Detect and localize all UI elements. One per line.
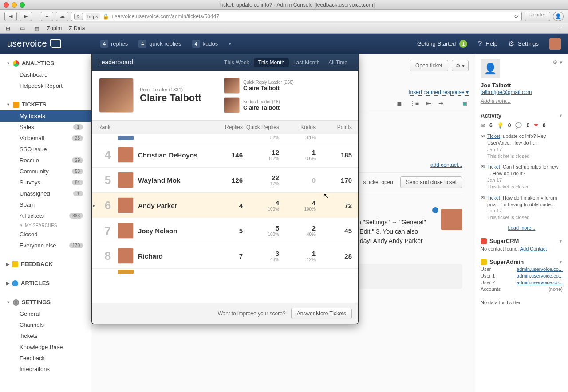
- ticket-link[interactable]: Ticket: [487, 133, 500, 139]
- sidebar-item[interactable]: Unassigned1: [0, 188, 91, 199]
- settings-link[interactable]: ⚙ Settings: [508, 39, 539, 48]
- table-row[interactable]: 8Richard7343%112%28: [92, 243, 358, 269]
- sidebar-item[interactable]: Surveys84: [0, 177, 91, 188]
- table-row[interactable]: 4Christian DeHoyos146128.2%10.6%185: [92, 142, 358, 168]
- add-contact-link[interactable]: add contact...: [430, 162, 462, 168]
- sidebar-item[interactable]: All tickets363: [0, 210, 91, 221]
- reload-icon[interactable]: ⟳: [74, 13, 83, 20]
- period-tab[interactable]: This Month: [254, 58, 289, 67]
- badge: 1: [73, 124, 83, 130]
- sidebar-section-settings[interactable]: ▼SETTINGS: [0, 296, 91, 308]
- sidebar-item[interactable]: Everyone else170: [0, 240, 91, 251]
- ticket-link[interactable]: Ticket: [487, 164, 500, 169]
- sidebar-item[interactable]: Tickets: [0, 330, 91, 341]
- chevron-down-icon[interactable]: ▼: [228, 41, 232, 46]
- sidebar-section-analytics[interactable]: ▼ANALYTICS: [0, 57, 91, 69]
- table-row[interactable]: 6Andy Parker44100%4100%72: [92, 193, 358, 218]
- zoom-window-icon[interactable]: [20, 2, 25, 8]
- stat-kudos[interactable]: 4kudos: [189, 38, 222, 50]
- integration-sugarcrm[interactable]: SugarCRM ▼: [481, 238, 563, 244]
- answer-more-button[interactable]: Answer More Tickets: [291, 308, 352, 319]
- sidebar-section-tickets[interactable]: ▼TICKETS: [0, 98, 91, 110]
- user-menu-button[interactable]: 👤: [553, 12, 564, 21]
- link[interactable]: admin.uservoice.co...: [517, 280, 563, 285]
- forward-button[interactable]: ▶: [20, 12, 32, 21]
- avatar-icon: [118, 197, 134, 213]
- image-icon[interactable]: ▣: [460, 98, 469, 108]
- table-body[interactable]: 52%3.1%4Christian DeHoyos146128.2%10.6%1…: [92, 134, 358, 303]
- lock-icon: 🔒: [103, 13, 109, 20]
- user-avatar[interactable]: [549, 38, 561, 50]
- sidebar-item[interactable]: Spam: [0, 199, 91, 210]
- avatar-icon: [118, 223, 134, 239]
- chat-icon: 💬: [515, 122, 522, 129]
- mail-icon: ✉: [481, 133, 485, 159]
- sidebar-item[interactable]: Channels: [0, 319, 91, 330]
- stat-quick-replies[interactable]: 4quick replies: [135, 38, 185, 50]
- sidebar-section-feedback[interactable]: ▶FEEDBACK: [0, 258, 91, 270]
- sidebar-item[interactable]: Voicemail25: [0, 133, 91, 144]
- rank: 5: [98, 173, 118, 187]
- label: ARTICLES: [21, 280, 50, 286]
- add-note-link[interactable]: Add a note...: [481, 98, 511, 104]
- add-contact-link[interactable]: Add Contact: [520, 246, 547, 251]
- bookmark-item[interactable]: Z Data: [69, 25, 85, 31]
- grid-icon[interactable]: ▦: [33, 25, 40, 31]
- sidebar-item[interactable]: Community53: [0, 166, 91, 177]
- help-link[interactable]: ? Help: [478, 40, 497, 48]
- ticket-gear-button[interactable]: ⚙ ▾: [452, 60, 469, 71]
- integration-superadmin[interactable]: SuperAdmin ▼: [481, 259, 563, 265]
- logo[interactable]: uservoice: [7, 39, 61, 49]
- gear-icon[interactable]: ⚙ ▾: [552, 59, 563, 78]
- table-row[interactable]: 7Joey Nelson55100%240%45: [92, 218, 358, 243]
- contact-email-link[interactable]: talbottjoe@gmail.com: [481, 89, 532, 95]
- close-window-icon[interactable]: [4, 2, 9, 8]
- ol-icon[interactable]: ⋮≡: [408, 98, 420, 108]
- sidebar-icon[interactable]: ⊞: [4, 25, 12, 31]
- sidebar-section-articles[interactable]: ▶ARTICLES: [0, 277, 91, 289]
- url-bar[interactable]: ⟳ https 🔒 uservoice.uservoice.com/admin/…: [71, 12, 522, 21]
- sidebar-item[interactable]: Closed: [0, 229, 91, 240]
- sidebar-item[interactable]: Feedback: [0, 353, 91, 364]
- sidebar-item-dashboard[interactable]: Dashboard: [0, 69, 91, 80]
- link[interactable]: admin.uservoice.co...: [517, 267, 563, 272]
- indent-icon[interactable]: ⇥: [437, 98, 445, 108]
- insert-canned-link[interactable]: Insert canned response ▾: [409, 89, 469, 96]
- book-icon[interactable]: ▭: [19, 25, 26, 31]
- sidebar-item[interactable]: Sales1: [0, 122, 91, 133]
- point-leader-label: Point Leader (1331): [140, 87, 201, 92]
- table-row[interactable]: 5Wayland Mok1262217%0170: [92, 168, 358, 193]
- link[interactable]: admin.uservoice.co...: [517, 273, 563, 278]
- sidebar-item[interactable]: My tickets: [0, 110, 91, 122]
- period-tab[interactable]: This Week: [220, 58, 253, 67]
- ul-icon[interactable]: ≣: [395, 98, 403, 108]
- bookmark-item[interactable]: Zopim: [47, 25, 62, 31]
- add-tab-icon[interactable]: +: [556, 25, 564, 31]
- reload-icon[interactable]: ⟳: [514, 13, 519, 20]
- send-close-button[interactable]: Send and close ticket: [400, 176, 462, 188]
- open-ticket-button[interactable]: Open ticket: [410, 60, 448, 71]
- ticket-link[interactable]: Ticket: [487, 195, 500, 200]
- sidebar-item[interactable]: Integrations: [0, 364, 91, 375]
- add-bookmark-button[interactable]: +: [41, 12, 53, 21]
- label: Activity: [481, 112, 501, 119]
- load-more-link[interactable]: Load more...: [481, 225, 563, 231]
- back-button[interactable]: ◀: [4, 12, 17, 21]
- heart-icon: ❤: [534, 122, 538, 129]
- label: Everyone else: [20, 242, 56, 249]
- share-button[interactable]: ☁: [56, 12, 68, 21]
- logo-text: uservoice: [7, 39, 47, 49]
- sidebar-item-helpdesk-report[interactable]: Helpdesk Report: [0, 80, 91, 91]
- reader-button[interactable]: Reader: [525, 12, 550, 21]
- outdent-icon[interactable]: ⇤: [425, 98, 433, 108]
- sidebar-item[interactable]: SSO issue: [0, 144, 91, 155]
- sidebar-item[interactable]: General: [0, 308, 91, 319]
- activity-head[interactable]: Activity▼: [481, 112, 563, 119]
- sidebar-item[interactable]: Knowledge Base: [0, 341, 91, 353]
- period-tab[interactable]: All Time: [324, 58, 352, 67]
- minimize-window-icon[interactable]: [12, 2, 17, 8]
- getting-started-link[interactable]: Getting Started 1: [417, 40, 467, 48]
- sidebar-item[interactable]: Rescue29: [0, 155, 91, 166]
- period-tab[interactable]: Last Month: [289, 58, 324, 67]
- stat-replies[interactable]: 4replies: [97, 38, 131, 50]
